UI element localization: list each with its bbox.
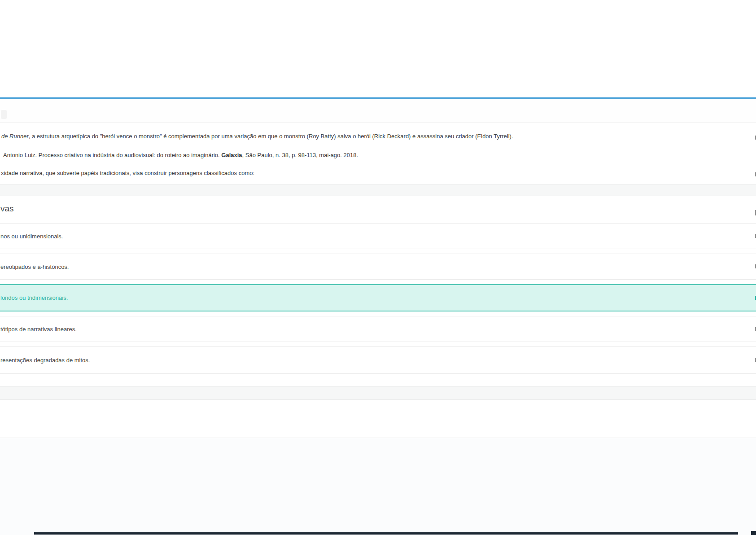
answer-option-label: londos ou tridimensionais.: [0, 294, 68, 301]
answer-option-selected[interactable]: londos ou tridimensionais.: [0, 284, 756, 311]
citation-journal-bold: Galaxia: [221, 152, 242, 158]
section-separator: [0, 386, 756, 400]
work-title-italic: de Runner: [1, 133, 29, 140]
answer-option[interactable]: resentações degradadas de mitos.: [0, 346, 756, 374]
answer-option-label: tótipos de narrativas lineares.: [0, 326, 77, 333]
section-separator: [0, 184, 756, 196]
answer-option-label: ereotipados e a-históricos.: [0, 263, 69, 270]
header-band: [0, 99, 756, 123]
alternatives-heading: vas: [0, 204, 14, 214]
bottom-dark-bar: [34, 532, 738, 535]
quiz-page: de Runner, a estrutura arquetípica do "h…: [0, 0, 756, 535]
clipped-control-fragment: [1, 110, 7, 119]
citation-prefix: Antonio Luiz. Processo criativo na indús…: [3, 152, 221, 158]
question-citation-line: Antonio Luiz. Processo criativo na indús…: [3, 152, 358, 158]
answer-option-label: resentações degradadas de mitos.: [0, 357, 90, 364]
answer-option[interactable]: nos ou unidimensionais.: [0, 223, 756, 249]
answer-option-label: nos ou unidimensionais.: [0, 233, 63, 240]
question-prompt-line: xidade narrativa, que subverte papéis tr…: [1, 170, 254, 176]
page-lower-region: [0, 438, 756, 535]
question-text-rest: , a estrutura arquetípica do "herói venc…: [29, 133, 513, 140]
answer-option[interactable]: ereotipados e a-históricos.: [0, 254, 756, 280]
bottom-dark-bar-fragment: [751, 531, 756, 535]
question-text-line-1: de Runner, a estrutura arquetípica do "h…: [1, 133, 513, 140]
citation-suffix: , São Paulo, n. 38, p. 98-113, mai-ago. …: [242, 152, 358, 158]
answer-option[interactable]: tótipos de narrativas lineares.: [0, 316, 756, 342]
pagination-bar: de 10 ❯: [0, 400, 756, 438]
